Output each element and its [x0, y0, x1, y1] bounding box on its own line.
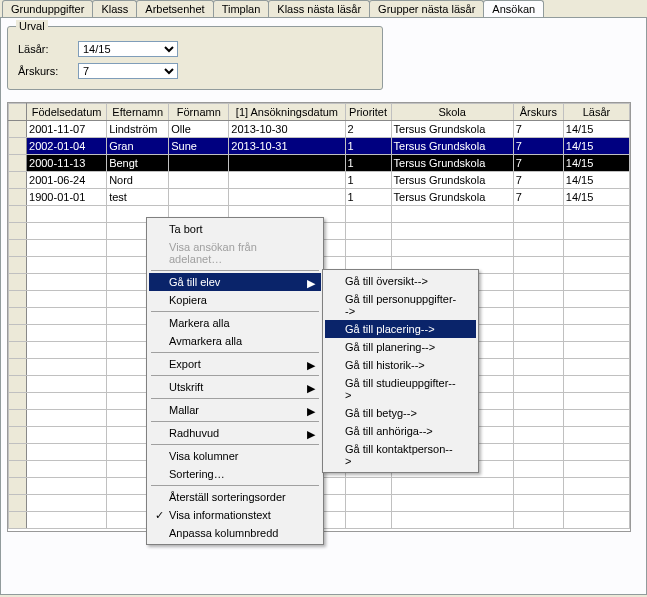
cell[interactable] [345, 223, 391, 240]
row-header[interactable] [9, 325, 27, 342]
cell[interactable]: Olle [169, 121, 229, 138]
row-header[interactable] [9, 359, 27, 376]
cell[interactable] [345, 206, 391, 223]
cell[interactable]: 14/15 [563, 138, 629, 155]
cell[interactable]: 7 [513, 189, 563, 206]
cell[interactable] [563, 325, 629, 342]
cell[interactable] [169, 155, 229, 172]
col-fornamn[interactable]: Förnamn [169, 104, 229, 121]
cell[interactable]: 7 [513, 155, 563, 172]
row-header[interactable] [9, 155, 27, 172]
row-header[interactable] [9, 257, 27, 274]
tab-timplan[interactable]: Timplan [213, 0, 270, 17]
col-ansokningsdatum[interactable]: [1] Ansökningsdatum [229, 104, 345, 121]
ctx-utskrift[interactable]: Utskrift ▶ [149, 378, 321, 396]
cell[interactable] [563, 512, 629, 529]
cell[interactable] [27, 427, 107, 444]
cell[interactable] [513, 444, 563, 461]
cell[interactable] [513, 376, 563, 393]
cell[interactable] [345, 478, 391, 495]
cell[interactable]: Tersus Grundskola [391, 189, 513, 206]
cell[interactable]: 2001-06-24 [27, 172, 107, 189]
cell[interactable] [391, 206, 513, 223]
cell[interactable] [27, 342, 107, 359]
col-lasar[interactable]: Läsår [563, 104, 629, 121]
cell[interactable] [169, 172, 229, 189]
cell[interactable] [345, 495, 391, 512]
cell[interactable]: 14/15 [563, 172, 629, 189]
cell[interactable] [27, 223, 107, 240]
cell[interactable] [27, 461, 107, 478]
cell[interactable]: 2013-10-31 [229, 138, 345, 155]
cell[interactable] [563, 223, 629, 240]
sub-kontaktperson[interactable]: Gå till kontaktperson--> [325, 440, 476, 470]
row-header[interactable] [9, 291, 27, 308]
cell[interactable] [27, 240, 107, 257]
cell[interactable]: 14/15 [563, 189, 629, 206]
row-header[interactable] [9, 444, 27, 461]
cell[interactable]: Bengt [107, 155, 169, 172]
tab-arbetsenhet[interactable]: Arbetsenhet [136, 0, 213, 17]
tab-ansokan[interactable]: Ansökan [483, 0, 544, 17]
cell[interactable]: Tersus Grundskola [391, 155, 513, 172]
row-header[interactable] [9, 495, 27, 512]
cell[interactable] [229, 155, 345, 172]
cell[interactable] [563, 410, 629, 427]
sub-historik[interactable]: Gå till historik--> [325, 356, 476, 374]
cell[interactable]: Lindström [107, 121, 169, 138]
cell[interactable] [513, 342, 563, 359]
cell[interactable] [563, 393, 629, 410]
sub-studieuppgifter[interactable]: Gå till studieuppgifter--> [325, 374, 476, 404]
ctx-sortering[interactable]: Sortering… [149, 465, 321, 483]
cell[interactable]: 2002-01-04 [27, 138, 107, 155]
cell[interactable] [27, 393, 107, 410]
cell[interactable] [563, 478, 629, 495]
col-skola[interactable]: Skola [391, 104, 513, 121]
cell[interactable]: 1 [345, 155, 391, 172]
row-header[interactable] [9, 410, 27, 427]
ctx-aterstall[interactable]: Återställ sorteringsorder [149, 488, 321, 506]
cell[interactable] [563, 444, 629, 461]
cell[interactable]: 7 [513, 138, 563, 155]
cell[interactable] [563, 257, 629, 274]
sub-placering[interactable]: Gå till placering--> [325, 320, 476, 338]
row-header[interactable] [9, 121, 27, 138]
cell[interactable] [27, 478, 107, 495]
col-prioritet[interactable]: Prioritet [345, 104, 391, 121]
cell[interactable] [513, 427, 563, 444]
ctx-mallar[interactable]: Mallar ▶ [149, 401, 321, 419]
cell[interactable] [27, 495, 107, 512]
table-row[interactable]: 2002-01-04GranSune2013-10-311Tersus Grun… [9, 138, 630, 155]
cell[interactable] [391, 495, 513, 512]
row-header[interactable] [9, 274, 27, 291]
cell[interactable] [513, 223, 563, 240]
cell[interactable]: 1 [345, 189, 391, 206]
cell[interactable] [563, 461, 629, 478]
cell[interactable] [169, 189, 229, 206]
cell[interactable] [513, 308, 563, 325]
cell[interactable] [345, 512, 391, 529]
cell[interactable] [513, 240, 563, 257]
cell[interactable] [563, 376, 629, 393]
cell[interactable] [513, 206, 563, 223]
sub-anhoriga[interactable]: Gå till anhöriga--> [325, 422, 476, 440]
row-header[interactable] [9, 478, 27, 495]
row-header[interactable] [9, 223, 27, 240]
ctx-visa-kolumner[interactable]: Visa kolumner [149, 447, 321, 465]
cell[interactable] [563, 342, 629, 359]
cell[interactable] [27, 206, 107, 223]
sub-personuppgifter[interactable]: Gå till personuppgifter--> [325, 290, 476, 320]
cell[interactable]: Tersus Grundskola [391, 172, 513, 189]
cell[interactable]: 2 [345, 121, 391, 138]
cell[interactable]: 2001-11-07 [27, 121, 107, 138]
row-header[interactable] [9, 461, 27, 478]
lasar-select[interactable]: 14/15 [78, 41, 178, 57]
col-arskurs[interactable]: Årskurs [513, 104, 563, 121]
cell[interactable] [229, 172, 345, 189]
cell[interactable] [513, 478, 563, 495]
cell[interactable] [563, 427, 629, 444]
cell[interactable]: Gran [107, 138, 169, 155]
ctx-kopiera[interactable]: Kopiera [149, 291, 321, 309]
row-header[interactable] [9, 512, 27, 529]
cell[interactable]: 2013-10-30 [229, 121, 345, 138]
